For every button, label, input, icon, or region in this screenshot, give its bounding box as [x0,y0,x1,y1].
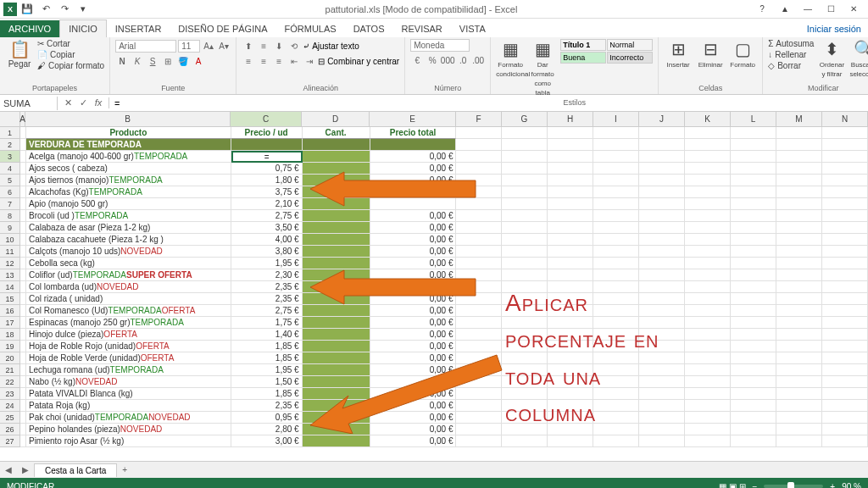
cell[interactable] [731,222,776,234]
cell[interactable] [822,281,868,293]
cell[interactable] [776,305,822,317]
cell[interactable] [20,435,26,447]
cell[interactable] [685,352,731,364]
cell[interactable] [776,329,822,341]
bold-button[interactable]: N [115,54,129,68]
cell[interactable] [731,352,776,364]
cell[interactable]: Precio total [370,127,457,139]
cell[interactable] [822,352,868,364]
cell[interactable] [303,435,370,447]
tab-home[interactable]: INICIO [59,19,107,37]
cell[interactable] [303,139,370,151]
cell[interactable]: 0,00 € [370,175,457,186]
cell[interactable] [639,186,685,198]
cell[interactable] [548,127,593,139]
cell[interactable] [776,281,822,293]
currency-btn[interactable]: € [410,53,424,67]
cell[interactable] [593,234,639,246]
align-center[interactable]: ≡ [257,54,270,68]
cell[interactable] [685,317,731,329]
cell[interactable] [456,258,502,269]
cell[interactable] [593,210,639,222]
cell[interactable] [731,258,776,269]
cell[interactable]: 0,00 € [370,435,457,447]
cell[interactable] [822,293,868,305]
cell[interactable] [502,175,548,186]
cell[interactable] [303,424,370,435]
cell[interactable] [456,352,502,364]
cell[interactable] [20,186,26,198]
cell[interactable]: 1,85 € [231,352,303,364]
cell[interactable] [502,222,548,234]
cell[interactable] [731,293,776,305]
cell[interactable] [822,127,868,139]
cell[interactable] [303,317,370,329]
cell[interactable] [303,412,370,424]
cell[interactable] [303,175,370,186]
row-header[interactable]: 3 [0,151,20,163]
cell[interactable] [822,269,868,281]
cell[interactable]: Hoja de Roble Rojo (unidad) OFERTA [26,341,231,352]
cell[interactable] [303,186,370,198]
cell[interactable] [303,376,370,388]
cell[interactable] [822,329,868,341]
cell[interactable] [685,175,731,186]
cell[interactable] [731,329,776,341]
cell[interactable] [685,341,731,352]
font-size-select[interactable]: 11 [178,40,200,53]
sort-filter-button[interactable]: ⬍Ordenar y filtrar [817,39,846,78]
number-format-select[interactable]: Moneda [410,39,470,52]
cell[interactable]: 0,00 € [370,317,457,329]
cell[interactable] [731,127,776,139]
cell[interactable]: 0,00 € [370,329,457,341]
cell[interactable]: 0,00 € [370,400,457,412]
col-header-j[interactable]: J [639,112,685,126]
cell[interactable] [685,293,731,305]
cell[interactable]: 4,00 € [231,234,303,246]
cell[interactable] [20,258,26,269]
cell[interactable]: 3,50 € [231,222,303,234]
cell[interactable] [20,352,26,364]
format-cells[interactable]: ▢Formato [728,39,757,69]
paste-button[interactable]: 📋Pegar [5,39,34,69]
maximize-button[interactable]: ☐ [820,2,842,17]
cell[interactable] [303,222,370,234]
col-header-k[interactable]: K [685,112,731,126]
cell[interactable]: 0,00 € [370,281,457,293]
cell[interactable] [776,234,822,246]
cell[interactable]: Nabo (½ kg) NOVEDAD [26,376,231,388]
cell[interactable] [456,127,502,139]
cell[interactable] [20,305,26,317]
ribbon-min-button[interactable]: ▲ [774,2,796,17]
row-header[interactable]: 10 [0,234,20,246]
row-header[interactable]: 21 [0,364,20,376]
cell[interactable] [456,186,502,198]
name-box[interactable]: SUMA [0,97,58,110]
underline-button[interactable]: S [146,54,159,68]
cell[interactable] [502,269,548,281]
insert-cells[interactable]: ⊞Insertar [664,39,693,69]
cell[interactable]: 0,00 € [370,163,457,175]
cell[interactable]: Col lombarda (ud) NOVEDAD [26,281,231,293]
cell[interactable] [776,269,822,281]
qat-redo[interactable]: ↷ [56,2,73,17]
cell[interactable]: 0,00 € [370,234,457,246]
cell[interactable] [303,210,370,222]
qat-undo[interactable]: ↶ [37,2,54,17]
cell[interactable] [776,258,822,269]
signin-link[interactable]: Iniciar sesión [800,20,868,37]
cell[interactable] [20,139,26,151]
cell[interactable] [593,139,639,151]
cell[interactable] [20,424,26,435]
cell[interactable]: 1,85 € [231,388,303,400]
cell[interactable] [731,246,776,258]
col-header-n[interactable]: N [822,112,868,126]
cell[interactable] [731,234,776,246]
cell[interactable] [502,234,548,246]
cell[interactable] [303,364,370,376]
cell[interactable]: 0,00 € [370,246,457,258]
formula-input[interactable]: = [109,97,868,110]
cell[interactable] [776,151,822,163]
cell[interactable] [685,186,731,198]
cell[interactable] [731,163,776,175]
